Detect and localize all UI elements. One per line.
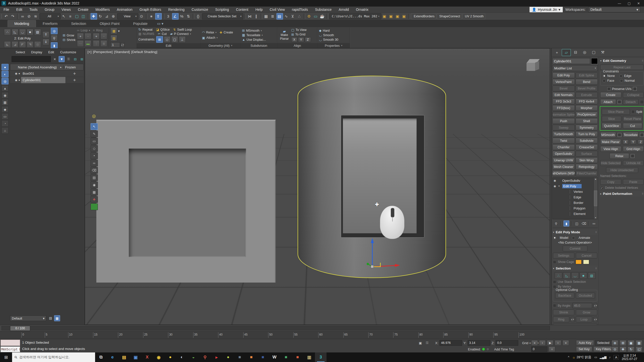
menu-item[interactable]: Scripting (212, 7, 232, 12)
select-by-name-icon[interactable]: ≡ (68, 13, 74, 19)
menu-item[interactable]: Modifiers (92, 7, 113, 12)
loop-button[interactable]: Loop (576, 316, 592, 322)
modifier-set-button[interactable]: Extrude (576, 92, 598, 98)
tessellate-settings-box[interactable] (640, 133, 644, 137)
modifier-set-button[interactable]: Bevel Profile (576, 85, 598, 91)
red-app-icon[interactable]: ■ (292, 352, 303, 362)
smooth-edges-button[interactable]: ◡Smooth (319, 33, 334, 37)
element-mode-icon[interactable]: ▧ (34, 29, 41, 35)
time-slider[interactable]: 0 / 100 (0, 325, 644, 331)
x-coordinate-field[interactable]: 46.976 (439, 340, 462, 346)
element-subobject-icon[interactable]: ▧ (588, 272, 595, 279)
stack-scrollbar[interactable]: ▲▾ (593, 178, 597, 219)
list-tool-icon[interactable]: ▤ (91, 174, 98, 181)
hide-selected-button[interactable]: Hide Selected (600, 160, 621, 166)
minimize-button[interactable]: — (618, 2, 621, 5)
stack-row[interactable]: ◉OpenSubdiv (553, 178, 597, 183)
tab-modeling[interactable]: Modeling (8, 20, 36, 27)
modifier-set-button[interactable]: Edit Poly (552, 72, 575, 78)
keyboard-shortcut-override-icon[interactable]: ⇧ (155, 13, 162, 20)
tab-selection[interactable]: Selection (64, 20, 93, 27)
filter-lights-icon[interactable]: ◎ (2, 78, 9, 84)
to-grid-button[interactable]: ⊞To Grid (291, 33, 311, 36)
by-angle-checkbox[interactable] (553, 304, 556, 307)
3ds-max-app-icon[interactable]: 3 (2, 1, 6, 6)
constraint-none-radio[interactable] (602, 74, 606, 78)
modifier-set-button[interactable]: Sweep (552, 125, 575, 130)
display-tray-icon[interactable]: ▭ (594, 355, 597, 359)
modifier-set-button[interactable]: ProOptimizer (576, 112, 598, 117)
cut-button[interactable]: ✂Cut (158, 32, 167, 36)
map-pin-app-icon[interactable]: ⚲ (199, 352, 211, 362)
camera-tool-icon[interactable]: ◉ (91, 182, 98, 188)
filter-containers-icon[interactable]: ▭ (2, 113, 9, 120)
stack-row[interactable]: Element (553, 211, 597, 216)
zoom-extents-icon[interactable]: ▣ (628, 340, 634, 346)
modifier-set-button[interactable]: Normalize Spline (552, 112, 575, 117)
curve-editor-icon[interactable]: ∿ (284, 13, 290, 19)
smooth-30-button[interactable]: ◡Smooth 30 (319, 38, 338, 41)
animate-radio[interactable] (572, 236, 575, 240)
select-and-link-icon[interactable]: ∞ (20, 13, 26, 19)
modifier-set-button[interactable]: Push (552, 118, 575, 124)
menu-item[interactable]: Graph Editors (136, 7, 165, 12)
tab-populate[interactable]: Populate (126, 20, 154, 27)
cancel-button[interactable]: Cancel (576, 253, 597, 258)
preview-element-icon[interactable]: ◎ (34, 41, 41, 48)
menu-item[interactable]: Rendering (165, 7, 188, 12)
ribbon-toggle-icon[interactable]: ▤ (276, 13, 283, 20)
menu-item[interactable]: Create (74, 7, 92, 12)
relax-settings-box[interactable] (631, 154, 634, 158)
column-header-name[interactable]: Name (Sorted Ascending)▲ (10, 65, 63, 69)
link-tool-icon[interactable]: ∞ (91, 160, 98, 166)
modify-tab-icon[interactable]: ▱ (562, 49, 571, 56)
taskbar-search-box[interactable]: ⚲ 검색하려면 여기에 입력하십시오. (12, 352, 95, 362)
preview-polygon-icon[interactable]: ◥ (27, 41, 33, 48)
layer-default-dropdown[interactable]: Default▾ (10, 315, 46, 321)
go-to-end-button[interactable]: » (562, 340, 569, 346)
quickslice-button[interactable]: QuickSlice (602, 123, 621, 129)
constraint-edge-radio[interactable] (619, 74, 623, 78)
menu-item[interactable]: Civil View (266, 7, 288, 12)
enabled-green-indicator[interactable] (482, 348, 485, 351)
melon-app-icon[interactable]: ● (222, 352, 234, 362)
menu-item[interactable]: Substance (311, 7, 335, 12)
viewport-renderer-menu[interactable]: [Standard] (114, 50, 130, 54)
modifier-set-button[interactable]: Fillet/Chamfer (576, 170, 598, 176)
expand-all-icon[interactable]: ⊞ (79, 56, 85, 62)
dot-loop-icon[interactable]: ⋯ (77, 40, 84, 47)
start-button[interactable]: ⊞ (0, 352, 12, 362)
swift-loop-button[interactable]: ↯Swift Loop (173, 28, 192, 31)
paint-size-field[interactable]: 1 (110, 42, 120, 48)
stack-row[interactable]: ◉▾Edit Poly (553, 183, 597, 189)
workspace-dropdown[interactable]: Default▾ (588, 7, 640, 12)
ring-shrink-icon[interactable]: − (100, 33, 107, 39)
navy-app-icon[interactable]: ■ (257, 352, 269, 362)
maxscript-macro-recorder[interactable] (1, 340, 20, 346)
rendered-frame-window-icon[interactable]: ▭ (313, 13, 319, 19)
viewport-shading-menu[interactable]: [Default Shading] (131, 50, 157, 54)
modifier-set-button[interactable]: FFD(box) (552, 105, 575, 111)
reference-coordinate-dropdown[interactable]: View▾ (117, 13, 138, 19)
grid-tool-icon[interactable]: ▦ (91, 189, 98, 196)
nurms-button[interactable]: ▦NURMS (138, 32, 154, 36)
delete-tool-icon[interactable]: ⌫ (91, 167, 98, 174)
modifier-set-button[interactable]: Morpher (576, 105, 598, 111)
tessellate-button[interactable]: ▦Tessellate▾ (242, 33, 263, 37)
modifier-set-button[interactable]: Chamfer (552, 144, 575, 150)
preview-border-icon[interactable]: ◤ (19, 41, 26, 48)
maximize-viewport-icon[interactable]: ◱ (636, 346, 642, 352)
create-selection-set-dropdown[interactable]: Create Selection Set▾ (202, 13, 243, 19)
backface-button[interactable]: Backface (555, 293, 574, 298)
select-object-icon[interactable]: ↖ (61, 13, 67, 19)
modifier-set-button[interactable]: Edit Normals (552, 92, 575, 98)
modifier-set-button[interactable]: Retopology (576, 164, 598, 170)
modifier-set-button[interactable]: Surface (576, 151, 598, 157)
select-and-place-icon[interactable]: ⊕ (111, 13, 117, 19)
kakaotalk-icon[interactable]: ● (165, 352, 176, 362)
modifier-set-button[interactable]: Subdivide (576, 138, 598, 144)
green-swatch-icon[interactable]: ■ (91, 203, 98, 210)
by-angle-spinner[interactable]: ▲▼ (594, 303, 597, 308)
object-color-swatch[interactable] (591, 58, 598, 64)
weather-widget[interactable]: ☼ 28°C 맑음 (572, 355, 591, 359)
